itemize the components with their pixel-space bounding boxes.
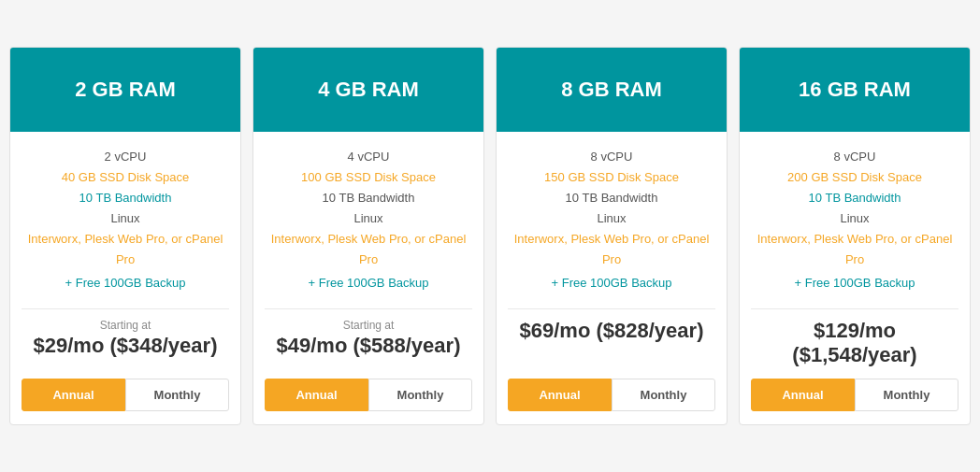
spec-item-2-1: 150 GB SSD Disk Space	[544, 167, 679, 188]
spec-item-0-0: 2 vCPU	[105, 147, 147, 167]
pricing-card-plan-8gb: 8 GB RAM8 vCPU150 GB SSD Disk Space10 TB…	[496, 47, 728, 426]
pricing-card-plan-2gb: 2 GB RAM2 vCPU40 GB SSD Disk Space10 TB …	[9, 47, 241, 426]
divider-plan-8gb	[508, 308, 715, 309]
spec-item-2-2: 10 TB Bandwidth	[566, 188, 658, 208]
monthly-button-plan-2gb[interactable]: Monthly	[125, 379, 229, 411]
card-body-plan-4gb: 4 vCPU100 GB SSD Disk Space10 TB Bandwid…	[253, 132, 483, 425]
price-plan-4gb: $49/mo ($588/year)	[277, 334, 461, 358]
starting-at-plan-2gb: Starting at	[100, 319, 151, 332]
spec-item-1-3: Linux	[353, 208, 382, 229]
card-header-plan-16gb: 16 GB RAM	[740, 48, 970, 132]
billing-toggle-plan-2gb: AnnualMonthly	[22, 379, 229, 411]
pricing-grid: 2 GB RAM2 vCPU40 GB SSD Disk Space10 TB …	[9, 47, 971, 426]
monthly-button-plan-16gb[interactable]: Monthly	[855, 379, 958, 411]
annual-button-plan-4gb[interactable]: Annual	[265, 379, 368, 411]
spec-item-3-1: 200 GB SSD Disk Space	[787, 167, 922, 188]
monthly-button-plan-8gb[interactable]: Monthly	[612, 379, 715, 411]
billing-toggle-plan-4gb: AnnualMonthly	[265, 379, 472, 411]
free-backup-plan-4gb: + Free 100GB Backup	[309, 276, 429, 290]
spec-item-1-4: Interworx, Plesk Web Pro, or cPanel Pro	[265, 229, 472, 270]
card-body-plan-8gb: 8 vCPU150 GB SSD Disk Space10 TB Bandwid…	[497, 132, 727, 425]
billing-toggle-plan-16gb: AnnualMonthly	[751, 379, 958, 411]
starting-at-plan-4gb: Starting at	[343, 319, 395, 332]
divider-plan-2gb	[22, 308, 229, 309]
pricing-card-plan-16gb: 16 GB RAM8 vCPU200 GB SSD Disk Space10 T…	[739, 47, 971, 426]
spec-item-3-4: Interworx, Plesk Web Pro, or cPanel Pro	[751, 229, 958, 270]
spec-item-1-0: 4 vCPU	[348, 147, 390, 167]
spec-item-0-4: Interworx, Plesk Web Pro, or cPanel Pro	[22, 229, 229, 270]
price-plan-16gb: $129/mo ($1,548/year)	[751, 319, 958, 367]
price-plan-2gb: $29/mo ($348/year)	[34, 334, 218, 358]
spec-item-1-1: 100 GB SSD Disk Space	[301, 167, 436, 188]
spec-item-0-3: Linux	[110, 208, 139, 229]
free-backup-plan-8gb: + Free 100GB Backup	[552, 276, 672, 290]
annual-button-plan-8gb[interactable]: Annual	[508, 379, 612, 411]
card-header-plan-4gb: 4 GB RAM	[253, 48, 483, 132]
spec-item-3-3: Linux	[840, 208, 869, 229]
card-header-plan-2gb: 2 GB RAM	[10, 48, 240, 132]
card-body-plan-16gb: 8 vCPU200 GB SSD Disk Space10 TB Bandwid…	[740, 132, 970, 425]
card-header-plan-8gb: 8 GB RAM	[497, 48, 727, 132]
billing-toggle-plan-8gb: AnnualMonthly	[508, 379, 715, 411]
spec-item-2-3: Linux	[597, 208, 626, 229]
spec-item-3-0: 8 vCPU	[834, 147, 876, 167]
divider-plan-4gb	[265, 308, 472, 309]
spec-item-1-2: 10 TB Bandwidth	[323, 188, 415, 208]
card-body-plan-2gb: 2 vCPU40 GB SSD Disk Space10 TB Bandwidt…	[10, 132, 240, 425]
free-backup-plan-2gb: + Free 100GB Backup	[65, 276, 186, 290]
price-plan-8gb: $69/mo ($828/year)	[520, 319, 704, 343]
annual-button-plan-2gb[interactable]: Annual	[22, 379, 125, 411]
spec-item-2-4: Interworx, Plesk Web Pro, or cPanel Pro	[508, 229, 715, 270]
pricing-card-plan-4gb: 4 GB RAM4 vCPU100 GB SSD Disk Space10 TB…	[252, 47, 484, 426]
spec-item-2-0: 8 vCPU	[591, 147, 633, 167]
spec-item-0-2: 10 TB Bandwidth	[79, 188, 172, 208]
monthly-button-plan-4gb[interactable]: Monthly	[368, 379, 472, 411]
spec-item-0-1: 40 GB SSD Disk Space	[62, 167, 190, 188]
free-backup-plan-16gb: + Free 100GB Backup	[795, 276, 915, 290]
divider-plan-16gb	[751, 308, 958, 309]
annual-button-plan-16gb[interactable]: Annual	[751, 379, 855, 411]
spec-item-3-2: 10 TB Bandwidth	[809, 188, 901, 208]
